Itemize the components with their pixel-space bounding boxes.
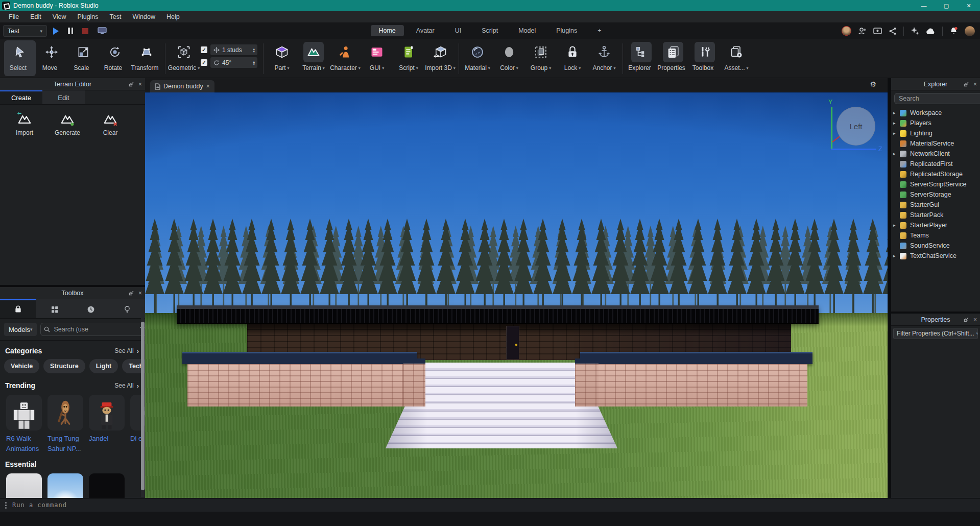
- dock-panel-icon[interactable]: [129, 81, 134, 87]
- invite-collaborator-icon[interactable]: [858, 27, 867, 35]
- explorer-item-startergui[interactable]: ▸StarterGui: [891, 200, 980, 210]
- explorer-item-teams[interactable]: ▸Teams: [891, 230, 980, 241]
- select-tool-button[interactable]: Select▾: [4, 40, 36, 76]
- explorer-item-starterplayer[interactable]: ▸StarterPlayer: [891, 220, 980, 230]
- explorer-item-replicatedfirst[interactable]: ▸ReplicatedFirst: [891, 159, 980, 169]
- asset-label-r6-walk[interactable]: R6 Walk Animations: [6, 434, 42, 454]
- explorer-item-lighting[interactable]: ▸Lighting: [891, 128, 980, 138]
- menu-help[interactable]: Help: [161, 12, 185, 22]
- tab-script[interactable]: Script: [473, 25, 506, 36]
- tab-recent[interactable]: [73, 299, 109, 318]
- explorer-item-serverstorage[interactable]: ▸ServerStorage: [891, 189, 980, 200]
- stepper-icon[interactable]: ▴▾: [253, 60, 255, 65]
- client-device-icon[interactable]: [98, 27, 107, 35]
- tab-creations[interactable]: [109, 299, 145, 318]
- play-button[interactable]: [53, 28, 59, 35]
- explorer-item-replicatedstorage[interactable]: ▸ReplicatedStorage: [891, 169, 980, 179]
- essential-asset-card[interactable]: [89, 473, 125, 498]
- terrain-editor-button[interactable]: Terrain▾: [298, 40, 329, 76]
- properties-filter-input[interactable]: Filter Properties (Ctrl+Shift... ▾: [893, 328, 978, 339]
- character-insert-button[interactable]: Character▾: [329, 40, 361, 76]
- category-pill-light[interactable]: Light: [89, 359, 118, 373]
- tab-inventory[interactable]: [36, 299, 73, 318]
- minimize-button[interactable]: —: [913, 0, 935, 11]
- explorer-item-workspace[interactable]: ▸Workspace: [891, 108, 980, 118]
- test-mode-dropdown[interactable]: Test ▾: [3, 25, 47, 37]
- snap-rotate-checkbox[interactable]: ✓: [201, 59, 207, 66]
- tab-plugins[interactable]: Plugins: [548, 25, 585, 36]
- transform-tool-button[interactable]: Transform▾: [131, 40, 162, 76]
- viewport-tab-demon-buddy[interactable]: Demon buddy ×: [150, 80, 214, 92]
- category-pill-structure[interactable]: Structure: [43, 359, 85, 373]
- gui-insert-button[interactable]: GUI▾: [361, 40, 393, 76]
- new-window-icon[interactable]: [873, 27, 882, 35]
- terrain-clear-button[interactable]: Clear: [94, 111, 127, 136]
- snap-move-value[interactable]: 1 studs ▴▾: [210, 44, 257, 55]
- rotate-tool-button[interactable]: Rotate▾: [99, 40, 131, 76]
- menu-window[interactable]: Window: [127, 12, 161, 22]
- tab-add[interactable]: +: [589, 25, 609, 36]
- material-manager-button[interactable]: Material▾: [462, 40, 493, 76]
- maximize-button[interactable]: ▢: [935, 0, 958, 11]
- toolbox-search-input[interactable]: [53, 325, 137, 333]
- trending-see-all-link[interactable]: See All›: [114, 382, 139, 390]
- geometric-mode-button[interactable]: Geometric▾: [168, 40, 200, 76]
- menu-edit[interactable]: Edit: [25, 12, 47, 22]
- categories-see-all-link[interactable]: See All›: [114, 347, 139, 355]
- terrain-import-button[interactable]: Import: [8, 111, 41, 136]
- color-picker-button[interactable]: Color▾: [493, 40, 525, 76]
- scrollbar-thumb[interactable]: [141, 322, 145, 490]
- tab-ui[interactable]: UI: [447, 25, 470, 36]
- move-tool-button[interactable]: Move▾: [36, 40, 67, 76]
- expand-arrow-icon[interactable]: ▸: [893, 151, 899, 156]
- close-panel-icon[interactable]: ×: [973, 81, 977, 88]
- cloud-sync-icon[interactable]: [926, 28, 936, 35]
- asset-card-tung-tung[interactable]: [47, 395, 83, 431]
- command-bar[interactable]: Run a command: [0, 498, 980, 512]
- close-button[interactable]: ✕: [958, 0, 980, 11]
- tab-edit[interactable]: Edit: [42, 90, 85, 104]
- collaborator-avatar[interactable]: [842, 26, 851, 36]
- expand-arrow-icon[interactable]: ▸: [893, 131, 899, 136]
- close-panel-icon[interactable]: ×: [973, 316, 977, 323]
- user-avatar[interactable]: [965, 26, 975, 36]
- asset-type-dropdown[interactable]: Models ▾: [4, 323, 37, 336]
- viewport-settings-gear-icon[interactable]: ⚙: [870, 80, 876, 88]
- tab-home[interactable]: Home: [370, 25, 403, 36]
- expand-arrow-icon[interactable]: ▸: [893, 110, 899, 115]
- toggle-explorer-button[interactable]: Explorer▾: [626, 40, 657, 76]
- category-pill-vehicle[interactable]: Vehicle: [4, 359, 39, 373]
- close-tab-icon[interactable]: ×: [206, 83, 210, 90]
- explorer-item-players[interactable]: ▸Players: [891, 118, 980, 128]
- expand-arrow-icon[interactable]: ▸: [893, 121, 899, 126]
- tab-avatar[interactable]: Avatar: [408, 25, 443, 36]
- scale-tool-button[interactable]: Scale▾: [67, 40, 99, 76]
- stop-button[interactable]: [82, 28, 88, 34]
- ai-assistant-icon[interactable]: [911, 27, 919, 35]
- explorer-item-starterpack[interactable]: ▸StarterPack: [891, 210, 980, 220]
- script-insert-button[interactable]: Script▾: [393, 40, 424, 76]
- toggle-toolbox-button[interactable]: Toolbox▾: [689, 40, 721, 76]
- expand-arrow-icon[interactable]: ▸: [893, 253, 899, 258]
- asset-card-r6-walk[interactable]: [6, 395, 42, 431]
- explorer-search-input[interactable]: [898, 94, 980, 103]
- dock-panel-icon[interactable]: [964, 317, 969, 322]
- close-panel-icon[interactable]: ×: [138, 81, 142, 88]
- notifications-bell-icon[interactable]: [949, 27, 958, 35]
- viewport-3d-scene[interactable]: Y Z Left: [145, 92, 888, 498]
- tab-marketplace[interactable]: [0, 299, 36, 318]
- explorer-item-serverscriptservice[interactable]: ▸ServerScriptService: [891, 179, 980, 189]
- expand-arrow-icon[interactable]: ▸: [893, 223, 899, 228]
- anchor-button[interactable]: Anchor▾: [588, 40, 620, 76]
- view-cube-face[interactable]: Left: [836, 107, 875, 146]
- toggle-properties-button[interactable]: Properties▾: [657, 40, 689, 76]
- essential-asset-card[interactable]: [6, 473, 42, 498]
- toolbox-scrollbar[interactable]: [141, 307, 145, 497]
- part-insert-button[interactable]: Part▾: [266, 40, 298, 76]
- snap-move-checkbox[interactable]: ✓: [201, 46, 207, 53]
- import-3d-button[interactable]: Import 3D▾: [424, 40, 456, 76]
- terrain-generate-button[interactable]: Generate: [51, 111, 84, 136]
- asset-manager-button[interactable]: Asset...▾: [721, 40, 752, 76]
- essential-asset-card[interactable]: [47, 473, 83, 498]
- menu-plugins[interactable]: Plugins: [72, 12, 104, 22]
